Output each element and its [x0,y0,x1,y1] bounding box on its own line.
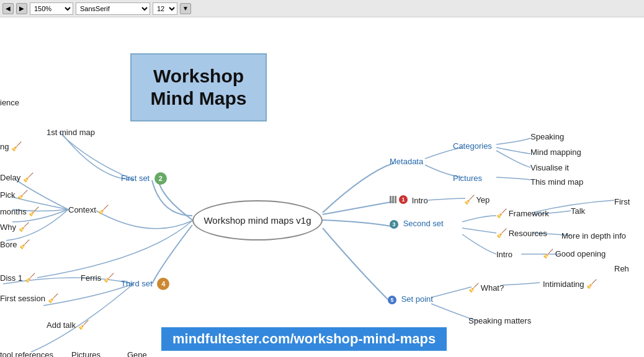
speaking-matters-node[interactable]: Speaking matters [468,316,531,325]
good-opening-node[interactable]: 🧹 Good opening [543,249,606,258]
central-node[interactable]: Workshop mind maps v1g [192,200,323,240]
ing-node: ng 🧹 [0,141,21,151]
months-node[interactable]: months 🧹 [0,206,38,216]
zoom-select[interactable]: 150% [30,2,73,15]
broom-icon-diss1: 🧹 [25,273,35,283]
intimidating-node[interactable]: Intimidating 🧹 [543,279,596,289]
mind-map-lines [0,17,644,357]
forward-button[interactable]: ▶ [16,3,27,14]
framework-node[interactable]: 🧹 Framework [496,208,549,218]
context-node[interactable]: Context 🧹 [68,205,108,214]
intro-node[interactable]: 1 Intro [390,195,428,205]
gene-node[interactable]: Gene [127,350,147,357]
url-banner[interactable]: mindfultester.com/workshop-mind-maps [161,327,447,351]
broom-icon-add-talk: 🧹 [78,320,88,330]
diss1-node[interactable]: Diss 1 🧹 [0,273,35,283]
pictures-meta-node[interactable]: Pictures [453,174,482,183]
third-set-badge: 4 [157,278,169,290]
first-set-badge: 2 [154,172,167,185]
mind-mapping-node[interactable]: Mind mapping [530,148,581,157]
ferris-node[interactable]: Ferris 🧹 [81,273,114,283]
broom-icon-good-opening: 🧹 [543,249,553,258]
pictures-bottom-node[interactable]: Pictures [71,350,101,357]
font-select[interactable]: SansSerif [76,2,150,15]
speaking-node[interactable]: Speaking [530,132,564,141]
toolbar: ◀ ▶ 150% SansSerif 12 ▼ [0,0,644,17]
first-set-node[interactable]: First set 2 [121,172,167,185]
mind-map-1-node[interactable]: 1st mind map [47,128,95,137]
size-select[interactable]: 12 [153,2,177,15]
experience-node: ience [0,98,19,107]
resources-node[interactable]: 🧹 Resources [496,228,547,238]
broom-icon-what: 🧹 [468,283,478,293]
size-down-button[interactable]: ▼ [180,3,191,14]
visualise-it-node[interactable]: Visualise it [530,163,569,172]
broom-icon-ferris: 🧹 [104,273,114,283]
broom-icon-pick: 🧹 [17,190,27,200]
bore-node[interactable]: Bore 🧹 [0,239,29,249]
title-text: Workshop Mind Maps [151,65,247,110]
back-button[interactable]: ◀ [2,3,14,14]
broom-icon-bore: 🧹 [19,239,29,249]
metadata-node[interactable]: Metadata [390,157,423,166]
set-point-node[interactable]: 5 Set point [388,294,433,304]
third-set-node[interactable]: Third set 4 [121,278,169,290]
broom-icon-resources: 🧹 [496,228,506,238]
broom-icon-months: 🧹 [29,206,38,216]
title-box: Workshop Mind Maps [130,53,267,121]
central-node-label: Workshop mind maps v1g [203,215,311,226]
intro2-node[interactable]: Intro [496,250,512,259]
talk-node[interactable]: Talk [571,206,585,216]
broom-icon-delay: 🧹 [23,172,33,182]
delay-node[interactable]: Delay 🧹 [0,172,33,182]
reh-node[interactable]: Reh [614,264,629,273]
first-right-node[interactable]: First [614,197,630,206]
canvas: Workshop Mind Maps Workshop mind maps v1… [0,17,644,357]
tool-references-node[interactable]: tool references [0,350,53,357]
broom-icon-framework: 🧹 [496,208,506,218]
broom-icon-first-session: 🧹 [48,293,58,303]
broom-icon-intimidating: 🧹 [586,279,596,289]
broom-icon-context: 🧹 [98,205,108,214]
more-in-depth-node[interactable]: More in depth info [561,231,626,240]
this-mind-map-node[interactable]: This mind map [530,177,583,187]
broom-icon-why: 🧹 [19,222,29,232]
what-node[interactable]: 🧹 What? [468,283,504,293]
why-node[interactable]: Why 🧹 [0,222,29,232]
second-set-node[interactable]: 3 Second set [390,219,444,229]
add-talk-node[interactable]: Add talk 🧹 [47,320,88,330]
first-session-node[interactable]: First session 🧹 [0,293,58,303]
broom-icon-yep: 🧹 [464,195,474,205]
pick-node[interactable]: Pick 🧹 [0,190,27,200]
broom-icon-ing: 🧹 [11,141,21,151]
categories-node[interactable]: Categories [453,141,492,151]
yep-node[interactable]: 🧹 Yep [464,195,490,205]
